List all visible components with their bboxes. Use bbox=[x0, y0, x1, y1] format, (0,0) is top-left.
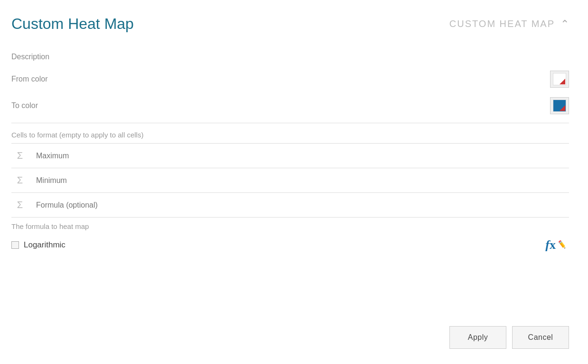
cells-section: Cells to format (empty to apply to all c… bbox=[11, 123, 569, 143]
maximum-row: Σ bbox=[11, 144, 569, 168]
logarithmic-row: Logarithmic fx✏️ bbox=[11, 233, 569, 257]
collapse-icon[interactable]: ⌃ bbox=[560, 18, 569, 30]
description-label: Description bbox=[11, 53, 68, 61]
to-color-label: To color bbox=[11, 101, 68, 110]
to-color-arrow bbox=[560, 105, 565, 111]
to-color-row: To color bbox=[11, 92, 569, 119]
minimum-row: Σ bbox=[11, 168, 569, 192]
from-color-arrow bbox=[560, 79, 565, 84]
to-color-picker-button[interactable] bbox=[550, 97, 569, 114]
maximum-input[interactable] bbox=[36, 152, 569, 160]
from-color-row: From color bbox=[11, 66, 569, 92]
fx-icon-container[interactable]: fx✏️ bbox=[545, 238, 565, 252]
logarithmic-label: Logarithmic bbox=[24, 240, 65, 250]
sigma-formula-icon: Σ bbox=[11, 200, 28, 210]
from-color-swatch bbox=[553, 73, 566, 85]
logarithmic-left: Logarithmic bbox=[11, 240, 65, 250]
sigma-maximum-icon: Σ bbox=[11, 150, 28, 161]
header-right: CUSTOM HEAT MAP ⌃ bbox=[449, 18, 569, 30]
formula-input[interactable] bbox=[36, 201, 569, 209]
cells-to-format-label: Cells to format (empty to apply to all c… bbox=[11, 131, 143, 139]
minimum-input[interactable] bbox=[36, 176, 569, 185]
footer-buttons: Apply Cancel bbox=[449, 326, 569, 349]
logarithmic-checkbox[interactable] bbox=[11, 241, 19, 249]
header-row: Custom Heat Map CUSTOM HEAT MAP ⌃ bbox=[11, 15, 569, 33]
dialog-container: Custom Heat Map CUSTOM HEAT MAP ⌃ Descri… bbox=[0, 0, 588, 364]
sigma-minimum-icon: Σ bbox=[11, 175, 28, 186]
to-color-swatch bbox=[553, 100, 566, 112]
formula-note: The formula to heat map bbox=[11, 218, 569, 233]
cancel-button[interactable]: Cancel bbox=[512, 326, 569, 349]
header-label-text: CUSTOM HEAT MAP bbox=[449, 18, 555, 29]
description-input[interactable] bbox=[68, 53, 569, 61]
apply-button[interactable]: Apply bbox=[449, 326, 506, 349]
form-section: Description From color To color bbox=[11, 48, 569, 257]
from-color-picker-button[interactable] bbox=[550, 71, 569, 88]
page-title: Custom Heat Map bbox=[11, 15, 134, 33]
fx-icon: fx✏️ bbox=[545, 238, 565, 252]
formula-row: Σ bbox=[11, 193, 569, 217]
from-color-label: From color bbox=[11, 75, 68, 83]
description-row: Description bbox=[11, 48, 569, 66]
